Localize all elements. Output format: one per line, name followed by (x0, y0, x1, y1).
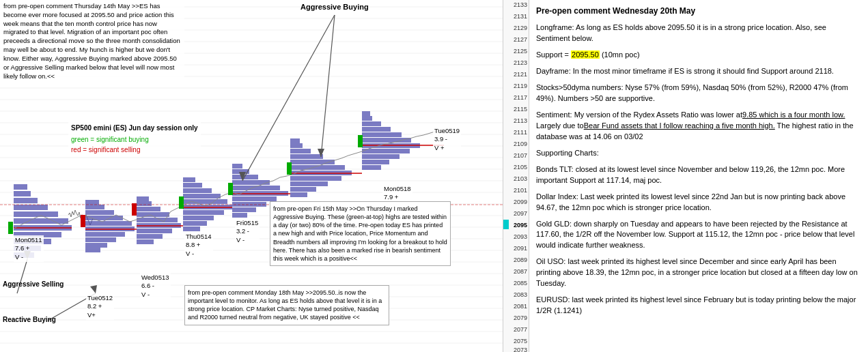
commentary-title: Pre-open comment Wednesday 20th May (536, 5, 861, 17)
svg-rect-43 (85, 205, 104, 209)
svg-rect-114 (287, 162, 292, 175)
red-legend: red = significant selling (71, 145, 198, 155)
pre-open-thu-annotation: from pre-open comment Thursday 14th May … (0, 0, 184, 83)
svg-rect-66 (183, 188, 212, 193)
svg-rect-50 (85, 243, 107, 248)
svg-rect-71 (183, 216, 214, 220)
svg-rect-61 (137, 239, 154, 244)
svg-rect-40 (14, 191, 31, 196)
svg-rect-65 (183, 183, 202, 188)
chart-legend: SP500 emini (ES) Jun day session only gr… (68, 121, 201, 156)
svg-rect-68 (183, 199, 227, 204)
svg-rect-99 (362, 121, 381, 126)
svg-rect-92 (290, 176, 341, 181)
dollar-text: Dollar Index: Last week printed its lowe… (536, 192, 861, 214)
chart-title-label: SP500 emini (ES) Jun day session only (71, 123, 198, 133)
eurusd-text: EURUSD: last week printed its highest le… (536, 295, 861, 317)
bonds-text: Bonds TLT: closed at its lowest level si… (536, 164, 861, 186)
svg-rect-72 (183, 221, 207, 226)
sentiment-value: 9.85 which is a four month low. (742, 111, 845, 119)
commentary-panel: Pre-open comment Wednesday 20th May Long… (529, 0, 868, 352)
dayframe-text: Dayframe: In the most minor timeframe if… (536, 66, 861, 77)
tue0512-label: Tue0512 8.2 + V+ (86, 293, 114, 320)
svg-rect-87 (290, 149, 311, 153)
svg-rect-104 (362, 149, 410, 153)
svg-rect-70 (183, 210, 224, 215)
svg-rect-75 (232, 164, 242, 168)
mon0511-label: Mon0511 7.6 + V - (14, 235, 44, 262)
svg-rect-82 (232, 202, 266, 207)
svg-rect-34 (14, 218, 68, 224)
svg-rect-108 (362, 111, 370, 116)
svg-rect-54 (137, 201, 152, 206)
svg-rect-84 (232, 213, 247, 218)
longframe-text: Longframe: As long as ES holds above 209… (536, 23, 861, 44)
svg-rect-98 (362, 116, 372, 121)
svg-rect-60 (137, 234, 163, 239)
svg-rect-83 (232, 207, 256, 212)
svg-rect-106 (362, 160, 389, 164)
svg-rect-112 (179, 196, 184, 209)
oil-text: Oil USO: last week printed its highest l… (536, 256, 861, 289)
svg-rect-52 (85, 200, 99, 205)
svg-rect-73 (183, 226, 200, 231)
pre-open-mon-annotation: from pre-open comment Monday 18th May >>… (184, 285, 389, 325)
aggressive-selling-label: Aggressive Selling (3, 280, 64, 289)
svg-rect-111 (8, 222, 13, 234)
pre-open-fri-annotation: from pre-open Fri 15th May >>On Thursday… (270, 201, 451, 266)
green-legend: green = significant buying (71, 134, 198, 145)
supporting-charts-label: Supporting Charts: (536, 148, 861, 159)
svg-rect-115 (358, 135, 363, 147)
svg-rect-51 (85, 248, 100, 252)
svg-rect-117 (132, 203, 137, 216)
svg-rect-59 (137, 229, 172, 233)
sentiment-link: Bear Fund assets that I follow reaching … (584, 121, 775, 130)
svg-rect-116 (81, 215, 85, 227)
svg-rect-78 (232, 180, 270, 185)
svg-rect-46 (85, 221, 132, 226)
svg-rect-107 (362, 165, 381, 170)
svg-rect-81 (232, 196, 277, 201)
stocks-text: Stocks>50dyma numbers: Nyse 57% (from 59… (536, 83, 861, 104)
svg-rect-95 (290, 192, 307, 197)
svg-rect-88 (290, 154, 323, 159)
svg-rect-86 (290, 143, 303, 148)
svg-rect-64 (183, 177, 195, 182)
wed0513-label: Wed0513 6.6 - V - (140, 273, 171, 299)
svg-rect-67 (183, 194, 221, 199)
svg-rect-33 (14, 211, 58, 217)
svg-rect-105 (362, 154, 400, 159)
svg-rect-102 (362, 138, 411, 143)
svg-rect-93 (290, 181, 328, 186)
fri0515-label: Fri0515 3.2 - V - (235, 218, 260, 245)
svg-rect-101 (362, 132, 402, 137)
thu0514-label: Thu0514 8.8 + V - (184, 232, 213, 259)
tue0519-label: Tue0519 3.9 - V + (433, 126, 461, 153)
gold-text: Gold GLD: down sharply on Tuesday and ap… (536, 219, 861, 252)
svg-rect-41 (14, 184, 27, 190)
chart-area: from pre-open comment Thursday 14th May … (0, 0, 529, 352)
svg-rect-44 (85, 210, 114, 215)
svg-rect-55 (137, 207, 160, 211)
svg-rect-48 (85, 232, 125, 237)
sentiment-text: Sentiment: My version of the Rydex Asset… (536, 110, 861, 143)
svg-rect-49 (85, 237, 116, 242)
svg-rect-31 (14, 198, 38, 203)
reactive-buying-label: Reactive Buying (3, 315, 56, 325)
support-value: 2095.50 (571, 50, 600, 59)
svg-rect-62 (137, 196, 149, 201)
svg-rect-96 (290, 138, 300, 143)
svg-rect-32 (14, 205, 48, 210)
svg-rect-113 (228, 183, 233, 195)
svg-rect-100 (362, 127, 391, 132)
svg-rect-94 (290, 187, 316, 192)
price-axis: 2133 2131 2129 2127 2125 2123 2121 2119 … (503, 0, 529, 352)
support-line: Support = 2095.50 (10mn poc) (536, 50, 861, 61)
aggressive-buying-label: Aggressive Buying (300, 3, 369, 11)
